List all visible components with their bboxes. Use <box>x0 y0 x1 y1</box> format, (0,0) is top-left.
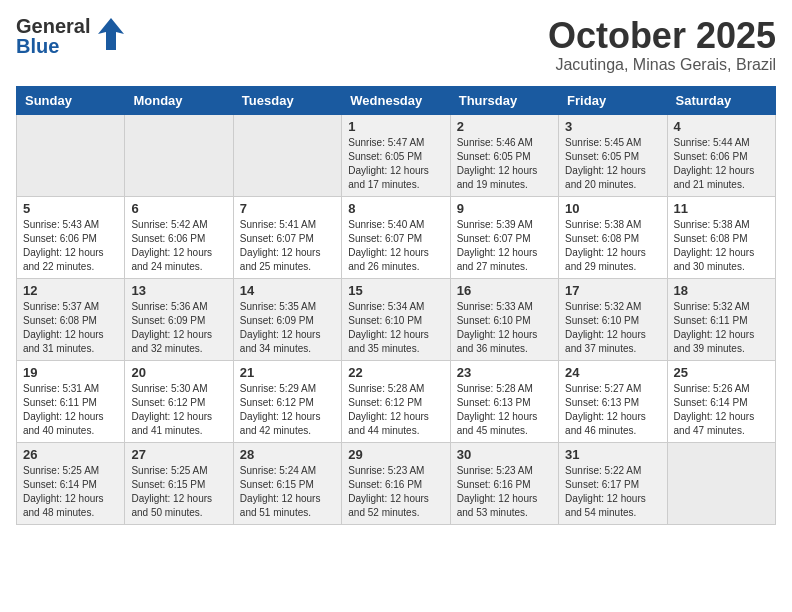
day-info: Sunrise: 5:26 AM Sunset: 6:14 PM Dayligh… <box>674 382 769 438</box>
day-info: Sunrise: 5:37 AM Sunset: 6:08 PM Dayligh… <box>23 300 118 356</box>
day-info: Sunrise: 5:27 AM Sunset: 6:13 PM Dayligh… <box>565 382 660 438</box>
calendar-cell: 24Sunrise: 5:27 AM Sunset: 6:13 PM Dayli… <box>559 360 667 442</box>
weekday-header-saturday: Saturday <box>667 86 775 114</box>
calendar-cell: 15Sunrise: 5:34 AM Sunset: 6:10 PM Dayli… <box>342 278 450 360</box>
day-info: Sunrise: 5:36 AM Sunset: 6:09 PM Dayligh… <box>131 300 226 356</box>
calendar-cell: 10Sunrise: 5:38 AM Sunset: 6:08 PM Dayli… <box>559 196 667 278</box>
day-info: Sunrise: 5:25 AM Sunset: 6:14 PM Dayligh… <box>23 464 118 520</box>
day-number: 27 <box>131 447 226 462</box>
calendar-cell: 18Sunrise: 5:32 AM Sunset: 6:11 PM Dayli… <box>667 278 775 360</box>
day-number: 22 <box>348 365 443 380</box>
calendar-cell: 21Sunrise: 5:29 AM Sunset: 6:12 PM Dayli… <box>233 360 341 442</box>
month-title: October 2025 <box>548 16 776 56</box>
day-info: Sunrise: 5:38 AM Sunset: 6:08 PM Dayligh… <box>565 218 660 274</box>
day-number: 15 <box>348 283 443 298</box>
day-number: 11 <box>674 201 769 216</box>
calendar-cell: 28Sunrise: 5:24 AM Sunset: 6:15 PM Dayli… <box>233 442 341 524</box>
day-info: Sunrise: 5:39 AM Sunset: 6:07 PM Dayligh… <box>457 218 552 274</box>
day-number: 17 <box>565 283 660 298</box>
calendar-cell: 17Sunrise: 5:32 AM Sunset: 6:10 PM Dayli… <box>559 278 667 360</box>
day-number: 19 <box>23 365 118 380</box>
day-info: Sunrise: 5:35 AM Sunset: 6:09 PM Dayligh… <box>240 300 335 356</box>
weekday-header-row: SundayMondayTuesdayWednesdayThursdayFrid… <box>17 86 776 114</box>
calendar-cell: 30Sunrise: 5:23 AM Sunset: 6:16 PM Dayli… <box>450 442 558 524</box>
logo-general: General <box>16 16 90 36</box>
calendar-cell: 26Sunrise: 5:25 AM Sunset: 6:14 PM Dayli… <box>17 442 125 524</box>
day-number: 23 <box>457 365 552 380</box>
calendar-cell: 2Sunrise: 5:46 AM Sunset: 6:05 PM Daylig… <box>450 114 558 196</box>
calendar-week-row: 12Sunrise: 5:37 AM Sunset: 6:08 PM Dayli… <box>17 278 776 360</box>
calendar-cell: 23Sunrise: 5:28 AM Sunset: 6:13 PM Dayli… <box>450 360 558 442</box>
day-number: 20 <box>131 365 226 380</box>
location: Jacutinga, Minas Gerais, Brazil <box>548 56 776 74</box>
day-info: Sunrise: 5:43 AM Sunset: 6:06 PM Dayligh… <box>23 218 118 274</box>
weekday-header-wednesday: Wednesday <box>342 86 450 114</box>
calendar-week-row: 19Sunrise: 5:31 AM Sunset: 6:11 PM Dayli… <box>17 360 776 442</box>
calendar-cell: 3Sunrise: 5:45 AM Sunset: 6:05 PM Daylig… <box>559 114 667 196</box>
calendar-cell: 20Sunrise: 5:30 AM Sunset: 6:12 PM Dayli… <box>125 360 233 442</box>
day-info: Sunrise: 5:32 AM Sunset: 6:11 PM Dayligh… <box>674 300 769 356</box>
day-number: 29 <box>348 447 443 462</box>
day-number: 28 <box>240 447 335 462</box>
calendar-cell: 29Sunrise: 5:23 AM Sunset: 6:16 PM Dayli… <box>342 442 450 524</box>
day-info: Sunrise: 5:30 AM Sunset: 6:12 PM Dayligh… <box>131 382 226 438</box>
day-info: Sunrise: 5:28 AM Sunset: 6:13 PM Dayligh… <box>457 382 552 438</box>
logo-blue: Blue <box>16 36 90 56</box>
calendar-cell: 1Sunrise: 5:47 AM Sunset: 6:05 PM Daylig… <box>342 114 450 196</box>
day-info: Sunrise: 5:23 AM Sunset: 6:16 PM Dayligh… <box>348 464 443 520</box>
calendar-cell: 27Sunrise: 5:25 AM Sunset: 6:15 PM Dayli… <box>125 442 233 524</box>
day-info: Sunrise: 5:44 AM Sunset: 6:06 PM Dayligh… <box>674 136 769 192</box>
day-number: 5 <box>23 201 118 216</box>
calendar-cell: 31Sunrise: 5:22 AM Sunset: 6:17 PM Dayli… <box>559 442 667 524</box>
day-info: Sunrise: 5:31 AM Sunset: 6:11 PM Dayligh… <box>23 382 118 438</box>
calendar-cell <box>125 114 233 196</box>
calendar-cell: 13Sunrise: 5:36 AM Sunset: 6:09 PM Dayli… <box>125 278 233 360</box>
day-info: Sunrise: 5:45 AM Sunset: 6:05 PM Dayligh… <box>565 136 660 192</box>
day-number: 13 <box>131 283 226 298</box>
day-number: 25 <box>674 365 769 380</box>
day-number: 8 <box>348 201 443 216</box>
calendar-cell: 16Sunrise: 5:33 AM Sunset: 6:10 PM Dayli… <box>450 278 558 360</box>
calendar-cell: 8Sunrise: 5:40 AM Sunset: 6:07 PM Daylig… <box>342 196 450 278</box>
day-number: 2 <box>457 119 552 134</box>
day-number: 16 <box>457 283 552 298</box>
day-number: 6 <box>131 201 226 216</box>
day-number: 7 <box>240 201 335 216</box>
svg-marker-0 <box>98 18 124 50</box>
day-number: 9 <box>457 201 552 216</box>
day-info: Sunrise: 5:34 AM Sunset: 6:10 PM Dayligh… <box>348 300 443 356</box>
day-info: Sunrise: 5:33 AM Sunset: 6:10 PM Dayligh… <box>457 300 552 356</box>
calendar-cell: 9Sunrise: 5:39 AM Sunset: 6:07 PM Daylig… <box>450 196 558 278</box>
day-info: Sunrise: 5:22 AM Sunset: 6:17 PM Dayligh… <box>565 464 660 520</box>
weekday-header-monday: Monday <box>125 86 233 114</box>
day-number: 14 <box>240 283 335 298</box>
page-header: General Blue October 2025 Jacutinga, Min… <box>16 16 776 74</box>
day-number: 31 <box>565 447 660 462</box>
calendar-cell: 12Sunrise: 5:37 AM Sunset: 6:08 PM Dayli… <box>17 278 125 360</box>
day-info: Sunrise: 5:23 AM Sunset: 6:16 PM Dayligh… <box>457 464 552 520</box>
calendar-cell: 25Sunrise: 5:26 AM Sunset: 6:14 PM Dayli… <box>667 360 775 442</box>
calendar-week-row: 26Sunrise: 5:25 AM Sunset: 6:14 PM Dayli… <box>17 442 776 524</box>
calendar-cell <box>233 114 341 196</box>
day-number: 10 <box>565 201 660 216</box>
day-info: Sunrise: 5:29 AM Sunset: 6:12 PM Dayligh… <box>240 382 335 438</box>
day-info: Sunrise: 5:42 AM Sunset: 6:06 PM Dayligh… <box>131 218 226 274</box>
calendar-week-row: 1Sunrise: 5:47 AM Sunset: 6:05 PM Daylig… <box>17 114 776 196</box>
day-info: Sunrise: 5:47 AM Sunset: 6:05 PM Dayligh… <box>348 136 443 192</box>
day-number: 18 <box>674 283 769 298</box>
day-info: Sunrise: 5:25 AM Sunset: 6:15 PM Dayligh… <box>131 464 226 520</box>
logo: General Blue <box>16 16 126 56</box>
logo-bird-icon <box>96 16 126 56</box>
day-info: Sunrise: 5:32 AM Sunset: 6:10 PM Dayligh… <box>565 300 660 356</box>
weekday-header-thursday: Thursday <box>450 86 558 114</box>
calendar-cell: 6Sunrise: 5:42 AM Sunset: 6:06 PM Daylig… <box>125 196 233 278</box>
day-number: 12 <box>23 283 118 298</box>
calendar-table: SundayMondayTuesdayWednesdayThursdayFrid… <box>16 86 776 525</box>
day-info: Sunrise: 5:40 AM Sunset: 6:07 PM Dayligh… <box>348 218 443 274</box>
day-number: 3 <box>565 119 660 134</box>
day-info: Sunrise: 5:41 AM Sunset: 6:07 PM Dayligh… <box>240 218 335 274</box>
calendar-cell: 14Sunrise: 5:35 AM Sunset: 6:09 PM Dayli… <box>233 278 341 360</box>
weekday-header-friday: Friday <box>559 86 667 114</box>
day-number: 24 <box>565 365 660 380</box>
weekday-header-tuesday: Tuesday <box>233 86 341 114</box>
